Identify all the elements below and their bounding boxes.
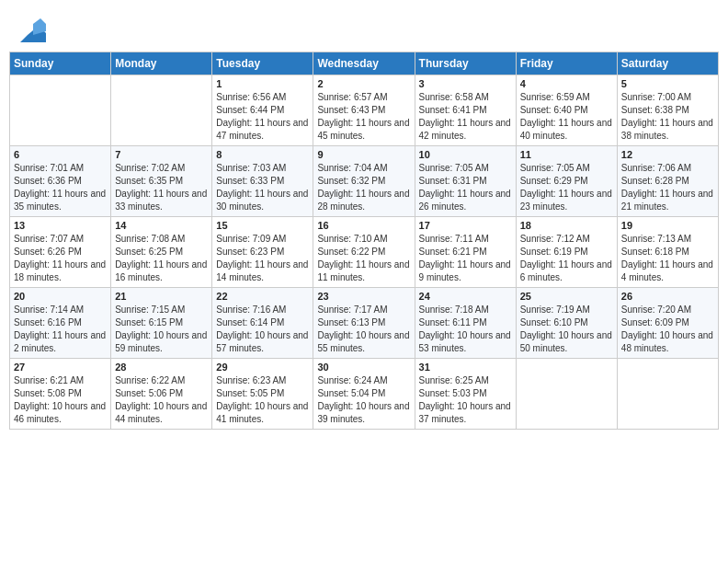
day-info: Sunrise: 7:16 AMSunset: 6:14 PMDaylight:…	[216, 304, 309, 355]
calendar-cell: 21Sunrise: 7:15 AMSunset: 6:15 PMDayligh…	[111, 288, 212, 359]
day-info: Sunrise: 7:14 AMSunset: 6:16 PMDaylight:…	[14, 304, 107, 355]
day-number: 2	[317, 78, 410, 89]
calendar-cell: 1Sunrise: 6:56 AMSunset: 6:44 PMDaylight…	[212, 75, 313, 146]
day-number: 30	[317, 362, 410, 373]
calendar-cell: 5Sunrise: 7:00 AMSunset: 6:38 PMDaylight…	[617, 75, 718, 146]
day-number: 3	[419, 78, 512, 89]
day-info: Sunrise: 7:17 AMSunset: 6:13 PMDaylight:…	[317, 304, 410, 355]
day-info: Sunrise: 7:18 AMSunset: 6:11 PMDaylight:…	[419, 304, 512, 355]
day-info: Sunrise: 6:25 AMSunset: 5:03 PMDaylight:…	[419, 374, 512, 426]
day-number: 28	[115, 362, 208, 373]
calendar-cell: 2Sunrise: 6:57 AMSunset: 6:43 PMDaylight…	[313, 75, 415, 146]
day-info: Sunrise: 7:11 AMSunset: 6:21 PMDaylight:…	[419, 233, 512, 284]
day-info: Sunrise: 7:02 AMSunset: 6:35 PMDaylight:…	[115, 162, 208, 213]
day-info: Sunrise: 7:04 AMSunset: 6:32 PMDaylight:…	[317, 162, 410, 213]
calendar-week-row: 13Sunrise: 7:07 AMSunset: 6:26 PMDayligh…	[10, 217, 719, 288]
calendar-cell: 16Sunrise: 7:10 AMSunset: 6:22 PMDayligh…	[313, 217, 415, 288]
day-number: 22	[216, 291, 309, 302]
page-header	[9, 9, 719, 48]
weekday-header: Tuesday	[212, 52, 313, 75]
day-info: Sunrise: 6:24 AMSunset: 5:04 PMDaylight:…	[317, 374, 410, 426]
calendar-cell	[617, 359, 718, 430]
day-number: 17	[419, 220, 512, 231]
day-number: 9	[317, 149, 410, 160]
weekday-header: Thursday	[415, 52, 516, 75]
day-info: Sunrise: 7:05 AMSunset: 6:31 PMDaylight:…	[419, 162, 512, 213]
calendar-cell: 18Sunrise: 7:12 AMSunset: 6:19 PMDayligh…	[516, 217, 617, 288]
day-info: Sunrise: 7:08 AMSunset: 6:25 PMDaylight:…	[115, 233, 208, 284]
day-number: 15	[216, 220, 309, 231]
calendar-cell: 9Sunrise: 7:04 AMSunset: 6:32 PMDaylight…	[313, 146, 415, 217]
calendar-table: SundayMondayTuesdayWednesdayThursdayFrid…	[9, 52, 719, 430]
calendar-week-row: 20Sunrise: 7:14 AMSunset: 6:16 PMDayligh…	[10, 288, 719, 359]
day-number: 29	[216, 362, 309, 373]
weekday-header: Saturday	[617, 52, 718, 75]
weekday-header: Monday	[111, 52, 212, 75]
calendar-cell: 22Sunrise: 7:16 AMSunset: 6:14 PMDayligh…	[212, 288, 313, 359]
calendar-cell: 31Sunrise: 6:25 AMSunset: 5:03 PMDayligh…	[415, 359, 516, 430]
calendar-cell: 10Sunrise: 7:05 AMSunset: 6:31 PMDayligh…	[415, 146, 516, 217]
calendar-cell: 23Sunrise: 7:17 AMSunset: 6:13 PMDayligh…	[313, 288, 415, 359]
day-number: 12	[621, 149, 714, 160]
day-number: 13	[14, 220, 107, 231]
day-number: 26	[621, 291, 714, 302]
day-info: Sunrise: 7:20 AMSunset: 6:09 PMDaylight:…	[621, 304, 714, 355]
day-info: Sunrise: 7:13 AMSunset: 6:18 PMDaylight:…	[621, 233, 714, 284]
day-info: Sunrise: 6:57 AMSunset: 6:43 PMDaylight:…	[317, 91, 410, 143]
day-info: Sunrise: 7:09 AMSunset: 6:23 PMDaylight:…	[216, 233, 309, 284]
calendar-cell: 4Sunrise: 6:59 AMSunset: 6:40 PMDaylight…	[516, 75, 617, 146]
day-number: 25	[520, 291, 613, 302]
calendar-cell: 26Sunrise: 7:20 AMSunset: 6:09 PMDayligh…	[617, 288, 718, 359]
calendar-cell	[10, 75, 111, 146]
calendar-cell: 20Sunrise: 7:14 AMSunset: 6:16 PMDayligh…	[10, 288, 111, 359]
day-number: 10	[419, 149, 512, 160]
day-number: 27	[14, 362, 107, 373]
calendar-cell	[111, 75, 212, 146]
day-info: Sunrise: 7:06 AMSunset: 6:28 PMDaylight:…	[621, 162, 714, 213]
calendar-week-row: 1Sunrise: 6:56 AMSunset: 6:44 PMDaylight…	[10, 75, 719, 146]
day-number: 23	[317, 291, 410, 302]
day-info: Sunrise: 7:10 AMSunset: 6:22 PMDaylight:…	[317, 233, 410, 284]
calendar-cell: 29Sunrise: 6:23 AMSunset: 5:05 PMDayligh…	[212, 359, 313, 430]
calendar-cell: 17Sunrise: 7:11 AMSunset: 6:21 PMDayligh…	[415, 217, 516, 288]
calendar-cell: 28Sunrise: 6:22 AMSunset: 5:06 PMDayligh…	[111, 359, 212, 430]
weekday-header: Wednesday	[313, 52, 415, 75]
day-number: 16	[317, 220, 410, 231]
calendar-cell: 27Sunrise: 6:21 AMSunset: 5:08 PMDayligh…	[10, 359, 111, 430]
day-info: Sunrise: 7:12 AMSunset: 6:19 PMDaylight:…	[520, 233, 613, 284]
calendar-cell: 25Sunrise: 7:19 AMSunset: 6:10 PMDayligh…	[516, 288, 617, 359]
calendar-cell: 13Sunrise: 7:07 AMSunset: 6:26 PMDayligh…	[10, 217, 111, 288]
day-info: Sunrise: 6:59 AMSunset: 6:40 PMDaylight:…	[520, 91, 613, 143]
day-number: 4	[520, 78, 613, 89]
weekday-header: Friday	[516, 52, 617, 75]
day-number: 5	[621, 78, 714, 89]
day-info: Sunrise: 7:01 AMSunset: 6:36 PMDaylight:…	[14, 162, 107, 213]
calendar-cell	[516, 359, 617, 430]
calendar-week-row: 6Sunrise: 7:01 AMSunset: 6:36 PMDaylight…	[10, 146, 719, 217]
calendar-cell: 15Sunrise: 7:09 AMSunset: 6:23 PMDayligh…	[212, 217, 313, 288]
day-info: Sunrise: 7:05 AMSunset: 6:29 PMDaylight:…	[520, 162, 613, 213]
calendar-cell: 11Sunrise: 7:05 AMSunset: 6:29 PMDayligh…	[516, 146, 617, 217]
day-info: Sunrise: 7:03 AMSunset: 6:33 PMDaylight:…	[216, 162, 309, 213]
day-number: 1	[216, 78, 309, 89]
day-number: 6	[14, 149, 107, 160]
day-number: 18	[520, 220, 613, 231]
day-info: Sunrise: 6:23 AMSunset: 5:05 PMDaylight:…	[216, 374, 309, 426]
day-number: 20	[14, 291, 107, 302]
day-number: 24	[419, 291, 512, 302]
calendar-cell: 14Sunrise: 7:08 AMSunset: 6:25 PMDayligh…	[111, 217, 212, 288]
day-number: 11	[520, 149, 613, 160]
calendar-header-row: SundayMondayTuesdayWednesdayThursdayFrid…	[10, 52, 719, 75]
weekday-header: Sunday	[10, 52, 111, 75]
calendar-cell: 12Sunrise: 7:06 AMSunset: 6:28 PMDayligh…	[617, 146, 718, 217]
calendar-cell: 6Sunrise: 7:01 AMSunset: 6:36 PMDaylight…	[10, 146, 111, 217]
day-info: Sunrise: 6:56 AMSunset: 6:44 PMDaylight:…	[216, 91, 309, 143]
calendar-cell: 8Sunrise: 7:03 AMSunset: 6:33 PMDaylight…	[212, 146, 313, 217]
day-number: 21	[115, 291, 208, 302]
day-number: 7	[115, 149, 208, 160]
day-info: Sunrise: 7:00 AMSunset: 6:38 PMDaylight:…	[621, 91, 714, 143]
day-info: Sunrise: 7:15 AMSunset: 6:15 PMDaylight:…	[115, 304, 208, 355]
day-number: 19	[621, 220, 714, 231]
day-number: 14	[115, 220, 208, 231]
day-info: Sunrise: 6:22 AMSunset: 5:06 PMDaylight:…	[115, 374, 208, 426]
